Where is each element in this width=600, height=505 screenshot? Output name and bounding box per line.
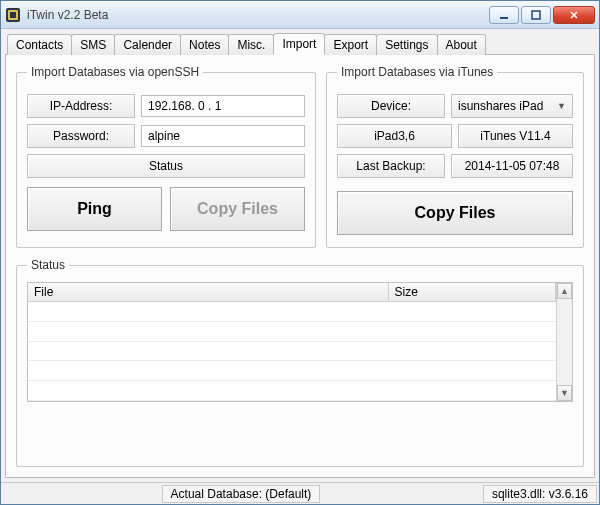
svg-rect-4	[532, 11, 540, 19]
status-table: File Size	[28, 283, 556, 401]
itunes-legend: Import Databases via iTunes	[337, 65, 497, 79]
ip-input[interactable]	[141, 95, 305, 117]
device-dropdown[interactable]: isunshares iPad ▼	[451, 94, 573, 118]
ssh-status-label: Status	[27, 154, 305, 178]
close-button[interactable]	[553, 6, 595, 24]
col-file-header[interactable]: File	[28, 283, 388, 302]
tab-misc[interactable]: Misc.	[228, 34, 274, 55]
status-legend: Status	[27, 258, 69, 272]
main-window: iTwin v2.2 Beta Contacts SMS Calender No…	[0, 0, 600, 505]
status-group: Status File Size	[16, 258, 584, 467]
table-row[interactable]	[28, 361, 556, 381]
ip-label: IP-Address:	[27, 94, 135, 118]
table-row[interactable]	[28, 341, 556, 361]
status-sqlite: sqlite3.dll: v3.6.16	[483, 485, 597, 503]
itunes-copy-files-button[interactable]: Copy Files	[337, 191, 573, 235]
table-row[interactable]	[28, 321, 556, 341]
chevron-down-icon: ▼	[557, 101, 566, 111]
svg-rect-2	[10, 12, 16, 18]
ssh-copy-files-button[interactable]: Copy Files	[170, 187, 305, 231]
tab-contacts[interactable]: Contacts	[7, 34, 72, 55]
device-model: iPad3,6	[337, 124, 452, 148]
client-area: Contacts SMS Calender Notes Misc. Import…	[1, 29, 599, 482]
ssh-group: Import Databases via openSSH IP-Address:…	[16, 65, 316, 248]
scroll-down-icon[interactable]: ▼	[557, 385, 572, 401]
minimize-button[interactable]	[489, 6, 519, 24]
titlebar[interactable]: iTwin v2.2 Beta	[1, 1, 599, 29]
status-database: Actual Database: (Default)	[162, 485, 321, 503]
tab-calender[interactable]: Calender	[114, 34, 181, 55]
col-size-header[interactable]: Size	[388, 283, 556, 302]
itunes-group: Import Databases via iTunes Device: isun…	[326, 65, 584, 248]
table-row[interactable]	[28, 302, 556, 322]
scroll-up-icon[interactable]: ▲	[557, 283, 572, 299]
password-label: Password:	[27, 124, 135, 148]
tab-sms[interactable]: SMS	[71, 34, 115, 55]
tab-import[interactable]: Import	[273, 33, 325, 55]
ping-button[interactable]: Ping	[27, 187, 162, 231]
tab-strip: Contacts SMS Calender Notes Misc. Import…	[5, 33, 595, 55]
device-selected: isunshares iPad	[458, 99, 543, 113]
maximize-button[interactable]	[521, 6, 551, 24]
itunes-version: iTunes V11.4	[458, 124, 573, 148]
last-backup-value: 2014-11-05 07:48	[451, 154, 573, 178]
device-label: Device:	[337, 94, 445, 118]
tab-notes[interactable]: Notes	[180, 34, 229, 55]
app-icon	[5, 7, 21, 23]
statusbar: Actual Database: (Default) sqlite3.dll: …	[1, 482, 599, 504]
last-backup-label: Last Backup:	[337, 154, 445, 178]
tab-export[interactable]: Export	[324, 34, 377, 55]
table-scrollbar[interactable]: ▲ ▼	[556, 283, 572, 401]
svg-rect-3	[500, 17, 508, 19]
tab-about[interactable]: About	[437, 34, 486, 55]
password-input[interactable]	[141, 125, 305, 147]
window-title: iTwin v2.2 Beta	[27, 8, 108, 22]
table-row[interactable]	[28, 381, 556, 401]
tab-settings[interactable]: Settings	[376, 34, 437, 55]
tab-panel-import: Import Databases via openSSH IP-Address:…	[5, 54, 595, 478]
ssh-legend: Import Databases via openSSH	[27, 65, 203, 79]
